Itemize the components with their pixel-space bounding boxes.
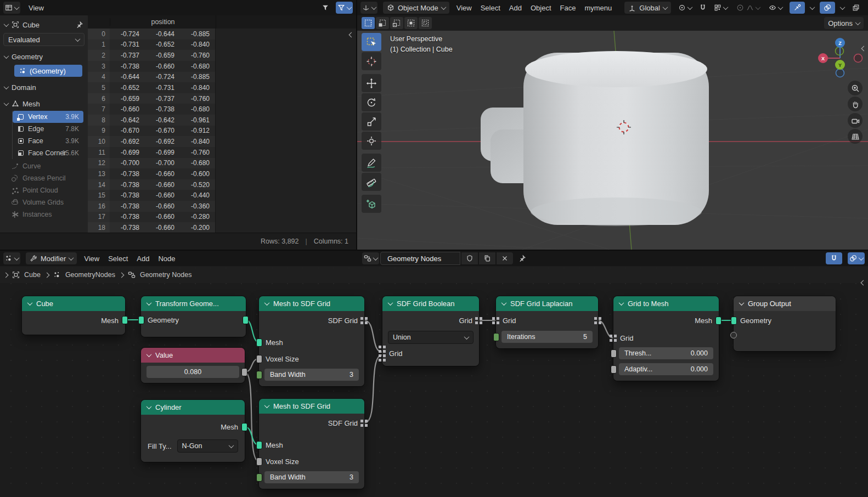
fill-type-dropdown[interactable]: N-Gon — [177, 439, 238, 453]
collapse-chevron-icon[interactable] — [739, 300, 745, 306]
collapse-chevron-icon[interactable] — [146, 404, 152, 409]
socket-grid-multi-input[interactable] — [379, 346, 386, 362]
tool-measure[interactable] — [362, 173, 381, 191]
select-mode-intersect[interactable] — [419, 17, 432, 29]
zoom-button[interactable] — [848, 81, 863, 95]
editor-type-button[interactable] — [3, 2, 20, 14]
collapse-chevron-icon[interactable] — [264, 403, 270, 408]
node-mesh-to-sdf-grid-2[interactable]: Mesh to SDF Grid SDF Grid Mesh Voxel Siz… — [259, 399, 364, 489]
editor-type-button[interactable] — [360, 2, 377, 14]
socket-grid-output[interactable] — [475, 317, 482, 324]
adaptivity-field[interactable]: Adaptiv... 0.000 — [619, 363, 713, 375]
node-group-output[interactable]: Group Output Geometry — [734, 296, 836, 351]
collapse-chevron-icon[interactable] — [146, 352, 152, 357]
socket-grid-input[interactable] — [610, 335, 617, 342]
value-field[interactable]: 0.080 — [146, 366, 239, 378]
node-cube[interactable]: Cube Mesh — [22, 296, 125, 335]
menu-face[interactable]: Face — [559, 4, 578, 12]
chevron-down-icon[interactable] — [839, 4, 845, 10]
socket-mesh-output[interactable] — [241, 423, 247, 431]
node-sdf-grid-laplacian[interactable]: SDF Grid Laplacian Grid Iterations 5 — [496, 296, 598, 348]
pin-icon[interactable] — [76, 21, 83, 29]
breadcrumb-tree[interactable]: Geometry Nodes — [140, 271, 191, 279]
fake-user-button[interactable] — [461, 252, 478, 264]
toggle-ortho-button[interactable] — [848, 129, 863, 144]
column-group-header[interactable]: position — [110, 18, 216, 26]
table-row[interactable]: 1-0.731-0.652-0.840 — [88, 39, 356, 50]
tool-rotate[interactable] — [362, 93, 381, 111]
domain-section-row[interactable]: Domain — [0, 81, 88, 93]
snap-toggle[interactable] — [826, 252, 842, 264]
node-cylinder[interactable]: Cylinder Mesh Fill Ty... N-Gon — [141, 400, 245, 462]
sidebar-item-vertex[interactable]: Vertex3.9K — [13, 111, 83, 123]
chevron-down-icon[interactable] — [809, 4, 815, 10]
socket-threshold-input[interactable] — [611, 349, 617, 358]
unlink-datablock-button[interactable] — [497, 252, 513, 264]
socket-mesh-input[interactable] — [256, 338, 262, 347]
tool-move[interactable] — [362, 74, 381, 92]
node-value[interactable]: Value 0.080 — [141, 348, 245, 383]
table-row[interactable]: 4-0.644-0.724-0.885 — [88, 72, 356, 83]
table-row[interactable]: 15-0.738-0.660-0.440 — [88, 190, 356, 201]
socket-sdf-grid-output[interactable] — [360, 420, 368, 427]
snap-target-dropdown[interactable] — [712, 2, 729, 14]
table-row[interactable]: 9-0.670-0.670-0.912 — [88, 126, 356, 137]
socket-geometry-input[interactable] — [138, 316, 144, 324]
camera-view-button[interactable] — [848, 113, 863, 128]
node-tree-type-dropdown[interactable]: Modifier — [26, 252, 77, 264]
breadcrumb-modifier[interactable]: GeometryNodes — [65, 271, 115, 279]
menu-add[interactable]: Add — [135, 255, 151, 263]
node-mesh-to-sdf-grid-1[interactable]: Mesh to SDF Grid SDF Grid Mesh Voxel Siz… — [259, 296, 364, 386]
socket-grid-input[interactable] — [492, 317, 499, 324]
tool-select-box[interactable] — [362, 33, 381, 51]
table-row[interactable]: 8-0.642-0.642-0.961 — [88, 115, 356, 126]
socket-mesh-input[interactable] — [256, 441, 262, 449]
sidebar-item-face-corner[interactable]: Face Corner15.6K — [13, 147, 83, 159]
socket-voxel-size-input[interactable] — [256, 458, 262, 466]
node-canvas[interactable]: Cube Mesh Transform Geome... Geometry Va… — [0, 251, 868, 497]
menu-view[interactable]: View — [455, 4, 474, 12]
socket-voxel-size-input[interactable] — [256, 355, 262, 363]
socket-geometry-output[interactable] — [243, 316, 249, 324]
socket-value-output[interactable] — [241, 368, 247, 376]
select-mode-extend[interactable] — [376, 17, 389, 29]
table-row[interactable]: 6-0.659-0.737-0.760 — [88, 93, 356, 104]
orientation-dropdown[interactable]: Global — [624, 2, 671, 14]
table-row[interactable]: 13-0.738-0.660-0.600 — [88, 168, 356, 179]
xray-toggle-icon[interactable] — [852, 4, 860, 12]
menu-select[interactable]: Select — [106, 255, 129, 263]
table-row[interactable]: 3-0.738-0.660-0.680 — [88, 61, 356, 72]
table-row[interactable]: 14-0.738-0.660-0.520 — [88, 179, 356, 190]
table-row[interactable]: 17-0.738-0.660-0.280 — [88, 212, 356, 223]
geometry-section-row[interactable]: Geometry — [0, 50, 88, 63]
sidebar-item-face[interactable]: Face3.9K — [13, 135, 83, 147]
menu-add[interactable]: Add — [508, 4, 523, 12]
table-row[interactable]: 12-0.700-0.700-0.680 — [88, 158, 356, 169]
show-gizmo-toggle[interactable] — [790, 2, 805, 14]
select-mode-set[interactable] — [362, 17, 375, 29]
pan-hand-button[interactable] — [848, 97, 863, 111]
breadcrumb-object[interactable]: Cube — [24, 271, 41, 279]
socket-band-width-input[interactable] — [256, 371, 262, 379]
table-header[interactable]: position — [88, 15, 356, 29]
menu-node[interactable]: Node — [156, 255, 177, 263]
collapse-chevron-icon[interactable] — [264, 300, 270, 306]
select-mode-subtract[interactable] — [390, 17, 403, 29]
iterations-field[interactable]: Iterations 5 — [501, 331, 593, 343]
socket-geometry-input[interactable] — [731, 317, 737, 325]
socket-adaptivity-input[interactable] — [611, 365, 617, 374]
socket-virtual-input[interactable] — [730, 332, 737, 338]
evaluated-dropdown[interactable]: Evaluated — [3, 33, 84, 46]
collapse-chevron-icon[interactable] — [388, 300, 393, 306]
node-transform-geometry[interactable]: Transform Geome... Geometry — [141, 296, 246, 337]
viewport-canvas[interactable]: Z X Y User Perspective (1) Collection | … — [357, 31, 868, 250]
table-row[interactable]: 5-0.652-0.731-0.840 — [88, 82, 356, 93]
table-row[interactable]: 0-0.724-0.644-0.885 — [88, 29, 356, 39]
socket-grid-output[interactable] — [594, 317, 601, 324]
snap-magnet-icon[interactable] — [699, 4, 707, 12]
overlays-toggle[interactable] — [848, 252, 865, 264]
menu-object[interactable]: Object — [529, 4, 553, 12]
collapse-chevron-icon[interactable] — [27, 300, 33, 306]
proportional-editing-group[interactable] — [735, 2, 762, 14]
socket-mesh-output[interactable] — [122, 316, 128, 324]
